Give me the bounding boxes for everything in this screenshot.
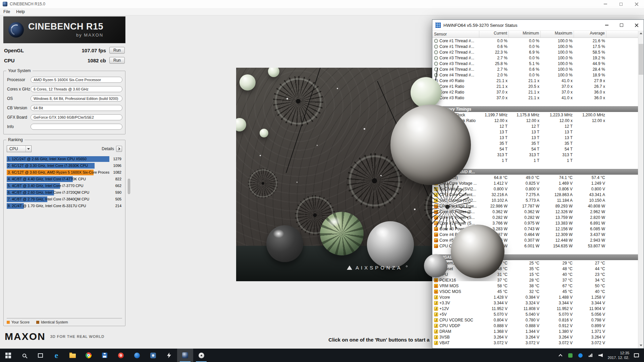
ranking-row[interactable]: 3. 6C/12T @ 3.60 GHz, AMD Ryzen 5 1600X … [7,170,122,175]
sensor-current-value: 64.8 °C [479,175,509,180]
sensor-minimum-value: 0.6 % [509,67,541,72]
sensor-current-value: 11.952 V [479,306,509,311]
sensor-maximum-value: 1.469 V [541,181,574,186]
sensor-current-value: 22.986 W [479,204,509,208]
sensor-maximum-value: 128.863 A [541,192,574,197]
taskbar-blue-rounded-app-button[interactable] [145,349,161,362]
system-field-value[interactable] [31,124,122,130]
opengl-run-button[interactable]: Run [109,47,125,54]
sensor-row[interactable]: CPU [#0]: AMD R... [432,169,638,175]
chevron-down-icon[interactable] [25,146,31,152]
system-field-value[interactable]: 64 Bit [31,105,122,111]
sensor-minimum-value: 0.464 W [509,232,541,237]
minimize-icon[interactable] [598,0,613,8]
tray-green-app-button[interactable] [568,351,574,359]
sensor-row[interactable]: Core #1 Thread #... 0.0 % 0.0 % 100.0 % … [432,38,638,44]
maximize-icon[interactable] [613,0,629,8]
ranking-scrollbar[interactable] [128,179,130,194]
details-button[interactable] [116,146,122,152]
ranking-row[interactable]: 7. 4C/8T @ 2.79 GHz, Intel Core i7-3840Q… [7,196,122,202]
sensor-row[interactable]: Core #3 Thread #... 25.8 % 5.1 % 100.0 %… [432,61,638,66]
sensor-row[interactable]: VSOC MOS 45 °C 32 °C 45 °C 40 °C [432,289,638,294]
taskbar-lightning-app-button[interactable] [161,349,177,362]
taskbar-file-explorer-button[interactable] [64,349,80,362]
taskbar-chrome-button[interactable] [80,349,97,362]
sensor-row[interactable]: Memory Clock 1,199.7 MHz 1,175.8 MHz 1,2… [432,112,638,118]
column-current[interactable]: Current [479,31,509,38]
taskbar-clock[interactable]: 12:35 2017. 12. 02. [608,351,629,360]
hwinfo-scrollbar[interactable] [638,31,644,348]
sensor-row[interactable]: Core #1 Thread #... 0.6 % 0.0 % 100.0 % … [432,44,638,49]
sensor-row[interactable] [432,101,638,106]
sensor-name-cell: Core #4 Thread #... [432,67,479,72]
sensor-row[interactable]: VBAT 3.072 V 3.072 V 3.072 V 3.072 V [432,340,638,346]
sensor-row[interactable]: Core #3 Thread #... 2.7 % 0.0 % 100.0 % … [432,55,638,61]
sensor-row[interactable]: CPU VDDP 0.888 V 0.888 V 0.912 V 0.899 V [432,323,638,328]
column-minimum[interactable]: Minimum [509,31,541,38]
taskbar-blue-app-button[interactable] [129,349,145,362]
tray-network-button[interactable] [588,351,594,359]
ranking-row[interactable]: 8. 2C/4T @ 1.70 GHz, Intel Core i5-3317U… [7,203,122,209]
sensor-average-value: 58.5 % [574,50,606,55]
column-sensor[interactable]: Sensor [432,31,479,38]
menu-help[interactable]: Help [16,9,25,14]
taskbar-red-app-button[interactable] [113,349,129,362]
taskbar-cinebench-button[interactable] [177,349,193,362]
sensor-row[interactable]: +5V 5.070 V 5.040 V 5.070 V 5.056 V [432,311,638,317]
ranking-entry-label: 1. 12C/24T @ 2.66 GHz, Intel Xeon CPU X5… [8,157,87,161]
sensor-row[interactable]: Core #1 Ratio 21.1 x 20.5 x 37.0 x 26.7 … [432,83,638,89]
ranking-row[interactable]: 6. 4C/8T @ 2.60 GHz, Intel Core i7-3720Q… [7,190,122,195]
column-average[interactable]: Average [574,31,606,38]
sensor-row[interactable]: CPU Core Voltage ... 1.412 V 0.825 V 1.4… [432,180,638,186]
sensor-row[interactable]: DRAM 1.368 V 1.344 V 1.380 V 1.371 V [432,328,638,334]
ranking-row[interactable]: 4. 4C/8T @ 4.40 GHz, Intel Core i7-4770K… [7,176,122,182]
sensor-icon [434,301,438,305]
minimize-icon[interactable] [599,20,614,31]
close-icon[interactable] [629,0,644,8]
sensor-row[interactable]: +3.3V 3.344 V 3.324 V 3.344 V 3.344 V [432,300,638,306]
taskbar-white-disc-app-button[interactable] [193,349,209,362]
sensor-row[interactable]: Vcore 1.428 V 0.384 V 1.488 V 1.258 V [432,294,638,300]
close-icon[interactable] [629,20,644,31]
search-button[interactable] [16,349,32,362]
sensor-row[interactable]: PCIEX16 37 °C 28 °C 37 °C 34 °C [432,277,638,283]
tray-expand-button[interactable] [557,351,564,359]
system-field-value[interactable]: GeForce GTX 1060 6GB/PCIe/SSE2 [31,114,122,120]
cpu-run-button[interactable]: Run [109,57,125,64]
taskbar-edge-button[interactable] [48,349,64,362]
system-field-value[interactable]: 6 Cores, 12 Threads @ 3.60 GHz [31,86,122,92]
sensor-row[interactable]: Core #2 Ratio 37.0 x 21.1 x 37.0 x 36.0 … [432,89,638,95]
ranking-filter-dropdown[interactable]: CPU [7,145,32,152]
sensor-row[interactable]: Core #4 Thread #... 2.0 % 0.0 % 100.0 % … [432,72,638,78]
tray-volume-button[interactable] [598,351,604,359]
taskbar-installer-button[interactable] [97,349,113,362]
blue-tray-icon [578,353,583,358]
system-field-value[interactable]: AMD Ryzen 5 1600X Six-Core Processor [31,77,122,83]
scrollbar-thumb[interactable] [639,44,643,75]
sensor-row[interactable]: CPU (Tctl) 64.8 °C 49.0 °C 74.1 °C 57.4 … [432,175,638,180]
sensor-row[interactable]: Core #4 Thread #... 2.7 % 0.6 % 100.0 % … [432,66,638,72]
scroll-up-icon[interactable] [638,31,644,36]
sensor-row[interactable]: Memory Timings [432,106,638,112]
sensor-row[interactable]: VRM MOS 58 °C 38 °C 67 °C 50 °C [432,283,638,289]
start-button[interactable] [0,349,16,362]
sensor-row[interactable]: Core #2 Thread #... 22.3 % 6.9 % 100.0 %… [432,49,638,55]
sensor-row[interactable]: +12V 11.952 V 11.808 V 11.952 V 11.904 V [432,306,638,311]
ranking-row[interactable]: 2. 6C/12T @ 3.30 GHz, Intel Core i7-3930… [7,163,122,169]
sensor-row[interactable]: 3VSB 3.264 V 3.264 V 3.264 V 3.264 V [432,334,638,340]
scroll-down-icon[interactable] [638,343,644,348]
sensor-maximum-value: 313 T [541,153,574,157]
sensor-current-value: 22.3 % [479,50,509,55]
maximize-icon[interactable] [614,20,629,31]
action-center-button[interactable] [633,351,639,359]
sensor-row[interactable]: Core #0 Ratio 21.1 x 21.1 x 41.0 x 27.9 … [432,78,638,83]
column-maximum[interactable]: Maximum [541,31,574,38]
menu-file[interactable]: File [3,9,10,14]
sensor-row[interactable]: Core #3 Ratio 37.0 x 21.1 x 41.0 x 36.0 … [432,95,638,101]
task-view-button[interactable] [32,349,48,362]
system-field-value[interactable]: Windows 8, 64 Bit, Professional Edition … [31,96,122,102]
ranking-row[interactable]: 1. 12C/24T @ 2.66 GHz, Intel Xeon CPU X5… [7,156,122,162]
ranking-row[interactable]: 5. 4C/8T @ 3.40 GHz, Intel Core i7-3770 … [7,183,122,189]
tray-blue-app-button[interactable] [578,351,584,359]
sensor-row[interactable]: CPU VCORE SOC 0.804 V 0.780 V 0.816 V 0.… [432,317,638,323]
